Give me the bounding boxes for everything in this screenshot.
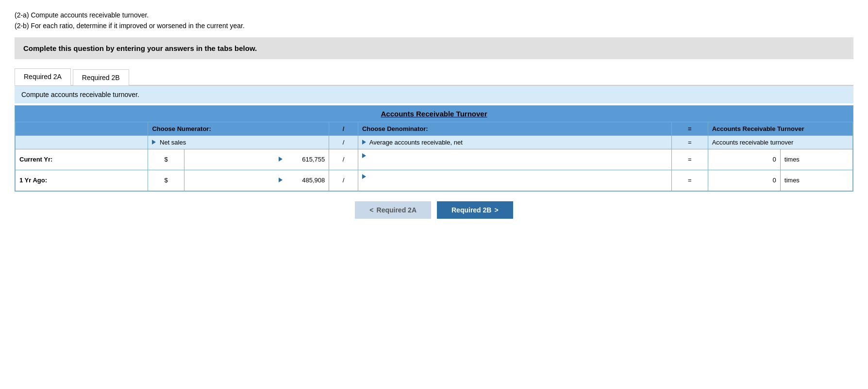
- instruction-text: Complete this question by entering your …: [23, 44, 257, 52]
- instruction-box: Complete this question by entering your …: [15, 37, 853, 59]
- triangle-icon: [152, 140, 156, 145]
- subheader-empty: [16, 135, 148, 149]
- tab-required-2a[interactable]: Required 2A: [15, 68, 71, 85]
- table-title: Accounts Receivable Turnover: [15, 106, 853, 122]
- intro-line1: (2-a) Compute accounts receivable turnov…: [15, 10, 853, 20]
- tabs-container: Required 2A Required 2B Compute accounts…: [15, 68, 853, 192]
- col-header-equals: =: [672, 122, 708, 135]
- prev-button-label: Required 2A: [377, 206, 417, 214]
- denominator-input-1yr-ago[interactable]: [362, 180, 668, 188]
- times-1yr-ago: times: [780, 170, 852, 191]
- col-header-empty: [16, 122, 148, 135]
- result-current-yr: 0: [708, 149, 780, 170]
- slash-current-yr: /: [329, 149, 358, 170]
- col-header-numerator: Choose Numerator:: [148, 122, 329, 135]
- subheader-numerator: Net sales: [148, 135, 329, 149]
- prev-arrow-icon: <: [369, 206, 373, 214]
- intro-section: (2-a) Compute accounts receivable turnov…: [15, 10, 853, 32]
- numerator-input-current-yr[interactable]: [286, 156, 325, 163]
- table-subheader-row: Net sales / Average accounts receivable,…: [16, 135, 853, 149]
- equals-current-yr: =: [672, 149, 708, 170]
- tab-content-header: Compute accounts receivable turnover.: [15, 86, 853, 103]
- triangle-icon-denom-current: [362, 153, 366, 158]
- slash-1yr-ago: /: [329, 170, 358, 191]
- next-button-label: Required 2B: [451, 206, 491, 214]
- denominator-input-current-yr[interactable]: [362, 160, 668, 167]
- table-row-1yr-ago: 1 Yr Ago: $ / = 0 times: [16, 170, 853, 191]
- triangle-icon-denom: [362, 140, 366, 145]
- table-header-row: Choose Numerator: / Choose Denominator: …: [16, 122, 853, 135]
- tab-row: Required 2A Required 2B: [15, 68, 853, 86]
- label-current-yr: Current Yr:: [16, 149, 148, 170]
- label-1yr-ago: 1 Yr Ago:: [16, 170, 148, 191]
- intro-line2: (2-b) For each ratio, determine if it im…: [15, 20, 853, 31]
- next-arrow-icon: >: [494, 206, 498, 214]
- subheader-equals: =: [672, 135, 708, 149]
- numerator-input-1yr-ago[interactable]: [286, 177, 325, 184]
- col-header-slash: /: [329, 122, 358, 135]
- table-section: Accounts Receivable Turnover Choose Nume…: [15, 105, 853, 192]
- triangle-icon-denom-1yr: [362, 174, 366, 179]
- col-header-result: Accounts Receivable Turnover: [708, 122, 852, 135]
- triangle-icon-num-1yr: [279, 178, 283, 182]
- next-button[interactable]: Required 2B >: [437, 201, 513, 219]
- numerator-1yr-ago: [184, 170, 329, 191]
- subheader-result: Accounts receivable turnover: [708, 135, 852, 149]
- table-row-current-yr: Current Yr: $ / = 0 times: [16, 149, 853, 170]
- ar-turnover-table: Choose Numerator: / Choose Denominator: …: [15, 122, 853, 191]
- col-header-denominator: Choose Denominator:: [358, 122, 671, 135]
- subheader-denominator: Average accounts receivable, net: [358, 135, 671, 149]
- dollar-1yr-ago: $: [148, 170, 184, 191]
- result-1yr-ago: 0: [708, 170, 780, 191]
- denominator-current-yr: [358, 149, 671, 170]
- triangle-icon-num-current: [279, 157, 283, 162]
- times-current-yr: times: [780, 149, 852, 170]
- tab-required-2b[interactable]: Required 2B: [73, 69, 129, 85]
- denominator-1yr-ago: [358, 170, 671, 191]
- equals-1yr-ago: =: [672, 170, 708, 191]
- numerator-current-yr: [184, 149, 329, 170]
- nav-buttons: < Required 2A Required 2B >: [15, 201, 853, 219]
- prev-button[interactable]: < Required 2A: [355, 201, 431, 219]
- subheader-slash: /: [329, 135, 358, 149]
- dollar-current-yr: $: [148, 149, 184, 170]
